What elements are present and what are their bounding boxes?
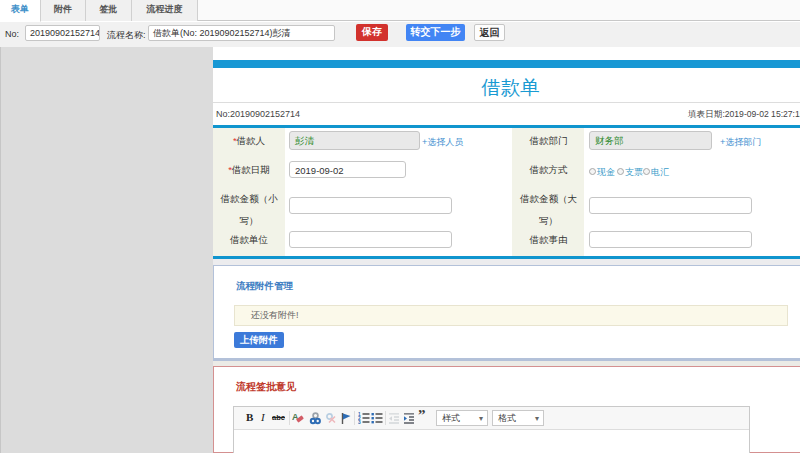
svg-text:3: 3 bbox=[358, 420, 361, 424]
